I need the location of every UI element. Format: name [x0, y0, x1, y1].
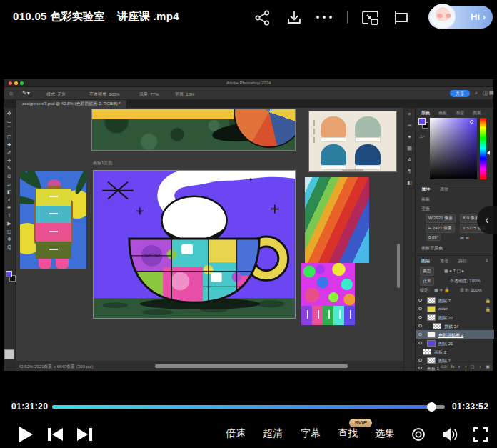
volume-icon[interactable] [441, 426, 460, 443]
brush-tool-icon: ✎ [7, 166, 11, 171]
opt-opacity: 不透明度: 100% [89, 91, 120, 98]
ps-workspace-icon: ▤ [489, 90, 494, 96]
progress-fill [52, 405, 431, 409]
ps-document-tab: assignment7.psd @ 42.5% (色彩拼贴画 2, RGB/8)… [16, 100, 126, 108]
more-icon[interactable] [316, 16, 332, 19]
layer-row-selected: 色彩拼贴画 2 [416, 330, 494, 339]
history-panel-icon: ≔ [407, 123, 412, 128]
canvas-scrollbar-horizontal [155, 364, 348, 368]
info-panel-icon: ◧ [407, 180, 412, 185]
progress-bar[interactable] [52, 405, 445, 409]
home-icon: ⌂ [9, 90, 13, 96]
path-select-tool-icon: ▶ [7, 221, 11, 226]
artboard-label: 画板1页面 [93, 160, 112, 166]
avatar-label: Hi › [471, 11, 486, 22]
object-select-tool-icon: ▢ [7, 134, 12, 139]
picture-in-picture-icon[interactable] [361, 9, 380, 26]
layer-row: 图层 21 [416, 339, 494, 347]
search-button[interactable]: 查找 [338, 427, 358, 440]
opacity-label: 不透明度: 100% [450, 278, 481, 284]
tab-adjustments: 调整 [440, 186, 448, 193]
lock-label: 锁定: [420, 287, 430, 294]
blend-mode-dropdown: 正常 [420, 277, 434, 286]
swatch-navy [355, 144, 381, 165]
previous-episode-button[interactable] [46, 427, 64, 442]
share-icon[interactable] [254, 10, 271, 26]
clone-panel-icon: ▤ [407, 146, 412, 151]
transform-w-field: W 2921 像素 [426, 214, 456, 223]
swatch-sage [355, 116, 381, 137]
paragraph-panel-icon: ¶ [408, 169, 411, 174]
artwork-psychedelic [301, 263, 355, 306]
video-title: 010.05 色彩实验室 _ 讲座课 .mp4 [13, 10, 179, 24]
brush-panel-icon: ✦ [408, 134, 412, 139]
speed-button[interactable]: 倍速 [226, 427, 246, 440]
artwork-woman-photo [20, 171, 86, 269]
gradient-tool-icon: ◧ [7, 189, 12, 194]
progress-thumb[interactable] [427, 402, 436, 412]
play-button[interactable] [17, 425, 34, 444]
props-bg-label: 画板背景色 [421, 245, 443, 252]
stamp-tool-icon: ⊙ [7, 174, 11, 179]
layer-filter-icons: ▦ ● T ▢ ▸ [444, 268, 464, 273]
props-object-type: 画板 [421, 196, 430, 203]
color-picker-marker [470, 120, 473, 124]
gamut-warning-icon: ⚠▫ [419, 134, 425, 139]
video-frame[interactable]: Adobe Photoshop 2024 ⌂ ✎▾ 模式: 正常 不透明度: 1… [4, 79, 493, 371]
collapse-panels-icon: » [408, 111, 411, 116]
avatar-character-icon [430, 4, 456, 29]
tab-channels: 通道 [440, 258, 448, 264]
layer-row: 图层 22 [416, 313, 494, 322]
ps-window-title: Adobe Photoshop 2024 [4, 81, 493, 85]
subtitles-button[interactable]: 字幕 [301, 427, 321, 440]
zoom-status-text: 42.52% 2921像素 x 6640像素 (300 ppi) [19, 364, 93, 370]
pen-tool-icon: ✒ [7, 205, 11, 210]
fullscreen-icon[interactable] [473, 427, 488, 442]
artwork-rainbow-photo [305, 177, 369, 263]
toolbar-bottom-thumb [4, 349, 14, 359]
marquee-tool-icon: ▭ [7, 119, 12, 124]
layer-group-icon: ▢ [471, 364, 475, 371]
zoom-tool-icon: Q [7, 244, 11, 249]
layer-row: 图层 7🔒 [416, 296, 494, 304]
new-layer-icon: ＋ [478, 364, 482, 371]
transform-h-field: H 2427 像素 [426, 224, 455, 233]
record-target-icon[interactable] [411, 427, 426, 442]
ps-share-button: 共享 [450, 90, 470, 97]
ps-toolbar: ✜ ▭ ⌒ ▢ ✚ ✐ ✛ ✎ ⊙ ▱ ◧ ◐ ✒ T ▶ ◻ ✥ Q [4, 108, 16, 361]
ps-dock-strip: » ≔ ✦ ▤ A ¶ ◧ [403, 108, 415, 371]
topbar-divider [347, 11, 348, 24]
account-avatar[interactable]: Hi › [428, 6, 493, 29]
ps-panels: 颜色 色板 渐变 图案 ⚠▫ 属性 调整 画板 变换 W 2921 像素 X 0… [415, 108, 493, 371]
tool-preset-icon: ✎▾ [22, 90, 30, 96]
video-player-app: 010.05 色彩实验室 _ 讲座课 .mp4 [0, 0, 497, 448]
tab-gradients: 渐变 [456, 110, 464, 116]
ps-tab-bar: assignment7.psd @ 42.5% (色彩拼贴画 2, RGB/8)… [4, 100, 493, 108]
layer-style-icon: fx [451, 364, 455, 371]
panel-menu-icon: ≡ [486, 258, 488, 262]
crop-tool-icon: ✚ [7, 142, 11, 147]
tab-color: 颜色 [421, 110, 430, 116]
artwork-cup-illustration [93, 170, 296, 319]
artwork-palette-strip [301, 306, 355, 325]
character-panel-icon: A [408, 157, 411, 162]
mini-window-icon[interactable] [393, 9, 410, 26]
foreground-color-swatch [6, 271, 12, 277]
tab-paths: 路径 [458, 258, 467, 264]
ps-help-icon: ⓘ [483, 90, 488, 97]
total-time: 01:33:52 [452, 402, 488, 412]
download-icon[interactable] [286, 9, 303, 26]
canvas-scrollbar-vertical [397, 244, 400, 288]
delete-layer-icon: ▣ [486, 364, 490, 371]
episodes-button[interactable]: 选集 [375, 427, 395, 440]
ps-titlebar: Adobe Photoshop 2024 [4, 79, 493, 87]
quality-button[interactable]: 超清 [263, 427, 283, 440]
circular-illustration-fragment [234, 109, 296, 148]
tab-layers: 图层 [421, 258, 430, 264]
heal-tool-icon: ✛ [7, 158, 11, 163]
color-picker-field [430, 118, 477, 179]
type-tool-icon: T [8, 213, 11, 218]
layer-row: 画板 2 [416, 347, 494, 356]
tab-patterns: 图案 [473, 110, 481, 116]
next-episode-button[interactable] [76, 427, 94, 442]
